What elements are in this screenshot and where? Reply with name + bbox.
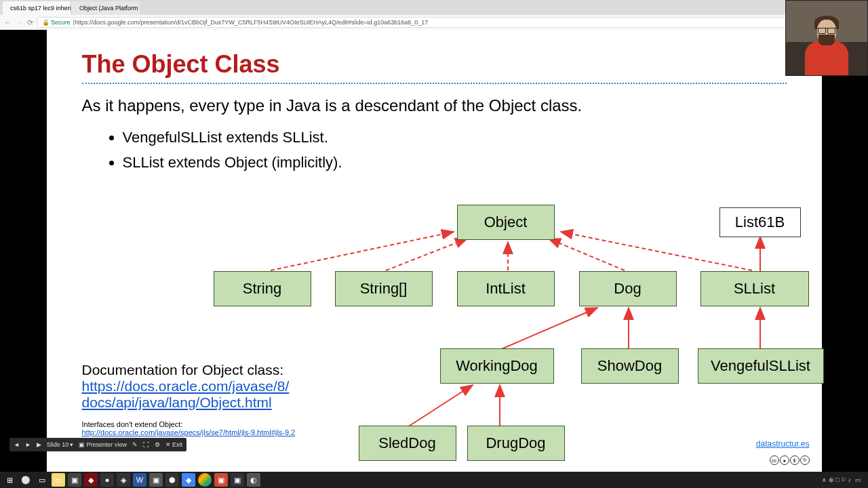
fullscreen-button[interactable]: ⛶: [143, 441, 149, 448]
brand-link[interactable]: datastructur.es: [756, 439, 810, 449]
chrome-icon[interactable]: [198, 473, 212, 487]
node-object: Object: [457, 205, 555, 240]
cc-license-badge: cc ● $ ↻: [770, 455, 810, 465]
forward-button[interactable]: →: [16, 18, 23, 26]
url-text: https://docs.google.com/presentation/d/1…: [75, 19, 428, 26]
start-button[interactable]: ⊞: [3, 473, 16, 487]
secure-label: Secure: [51, 19, 71, 26]
cc-icon: cc: [770, 455, 779, 465]
small-note-link[interactable]: http://docs.oracle.com/javase/specs/jls/…: [82, 428, 296, 436]
doc-link[interactable]: https://docs.oracle.com/javase/8/docs/ap…: [82, 378, 290, 410]
doc-label: Documentation for Object class:: [82, 362, 296, 378]
svg-line-4: [561, 232, 752, 270]
node-showdog: ShowDog: [581, 348, 679, 384]
taskbar-app-icon[interactable]: ▣: [68, 473, 81, 487]
browser-chrome: cs61b sp17 lec9 inherit × Object (Java P…: [0, 0, 868, 30]
slide-title: The Object Class: [82, 50, 787, 79]
taskbar-app-icon[interactable]: W: [133, 473, 146, 487]
lock-icon: 🔒: [42, 19, 50, 26]
tab-strip: cs61b sp17 lec9 inherit × Object (Java P…: [0, 0, 868, 15]
by-icon: ●: [780, 455, 789, 465]
system-tray[interactable]: ∧ ⊕ □ ⚐ ♪ ▭: [822, 476, 865, 483]
bullet-list: VengefulSLList extends SLList. SLList ex…: [82, 125, 787, 176]
node-drugdog: DrugDog: [467, 426, 565, 461]
taskbar-app-icon[interactable]: ▣: [214, 473, 228, 487]
node-list61b: List61B: [719, 207, 801, 237]
pointer-button[interactable]: ✎: [132, 441, 138, 448]
presenter-toolbar: ◄ ► ▶ Slide 10 ▾ ▣ Presenter view ✎ ⛶ ⚙ …: [9, 438, 186, 451]
slide-indicator[interactable]: Slide 10 ▾: [47, 441, 74, 448]
windows-taskbar: ⊞ ⚪ ▭ ▭ ▣ ◆ ● ◈ W ▣ ⬢ ◆ ▣ ▣ ◐ ∧ ⊕ □ ⚐ ♪ …: [0, 472, 868, 488]
reload-button[interactable]: ⟳: [27, 18, 33, 27]
search-button[interactable]: ⚪: [19, 473, 33, 487]
title-divider: [82, 83, 787, 84]
presenter-view-button[interactable]: ▣ Presenter view: [79, 441, 127, 448]
play-button[interactable]: ▶: [37, 441, 41, 448]
tray-icons[interactable]: ∧ ⊕ □ ⚐ ♪: [822, 476, 851, 483]
webcam-overlay: [785, 0, 868, 76]
node-vengeful: VengefulSLList: [698, 348, 824, 384]
sa-icon: ↻: [800, 455, 810, 465]
presentation-viewport: The Object Class As it happens, every ty…: [0, 30, 868, 472]
node-stringarr: String[]: [335, 271, 433, 306]
small-note-label: Interfaces don't extend Object:: [82, 420, 183, 428]
taskbar-app-icon[interactable]: ⬢: [165, 473, 179, 487]
taskbar-app-icon[interactable]: ◈: [117, 473, 130, 487]
node-intlist: IntList: [457, 271, 555, 306]
node-string: String: [214, 271, 311, 306]
svg-line-0: [271, 232, 454, 270]
svg-line-5: [500, 308, 597, 350]
taskbar-app-icon[interactable]: ▣: [149, 473, 163, 487]
browser-tab[interactable]: Object (Java Platform S ×: [72, 1, 140, 15]
taskbar-app-icon[interactable]: ◆: [84, 473, 98, 487]
nc-icon: $: [790, 455, 800, 465]
node-sllist: SLList: [701, 271, 809, 306]
taskbar-app-icon[interactable]: ▣: [231, 473, 244, 487]
bullet-item: SLList extends Object (implicitly).: [123, 150, 787, 175]
tab-label: cs61b sp17 lec9 inherit: [10, 5, 71, 12]
bullet-item: VengefulSLList extends SLList.: [123, 125, 787, 150]
node-sleddog: SledDog: [359, 426, 456, 461]
back-button[interactable]: ←: [4, 18, 12, 26]
svg-line-1: [386, 239, 467, 270]
taskbar-app-icon[interactable]: ◐: [247, 473, 260, 487]
svg-line-3: [549, 239, 625, 270]
slide: The Object Class As it happens, every ty…: [47, 30, 822, 472]
browser-tab-active[interactable]: cs61b sp17 lec9 inherit ×: [3, 1, 71, 15]
lead-text: As it happens, every type in Java is a d…: [82, 96, 787, 115]
task-view-button[interactable]: ▭: [35, 473, 49, 487]
settings-button[interactable]: ⚙: [155, 441, 160, 448]
documentation-block: Documentation for Object class: https://…: [82, 362, 296, 436]
notification-center-button[interactable]: ▭: [855, 476, 861, 483]
svg-line-9: [408, 385, 473, 427]
node-workingdog: WorkingDog: [440, 348, 554, 384]
node-dog: Dog: [579, 271, 677, 306]
file-explorer-icon[interactable]: ▭: [52, 473, 65, 487]
taskbar-app-icon[interactable]: ◆: [182, 473, 195, 487]
tab-label: Object (Java Platform S: [79, 5, 140, 12]
address-row: ← → ⟳ 🔒 Secure | https://docs.google.com…: [0, 15, 868, 30]
address-bar[interactable]: 🔒 Secure | https://docs.google.com/prese…: [37, 17, 842, 28]
next-slide-button[interactable]: ►: [25, 441, 31, 448]
prev-slide-button[interactable]: ◄: [14, 441, 20, 448]
taskbar-app-icon[interactable]: ●: [100, 473, 114, 487]
exit-button[interactable]: ✕ Exit: [165, 441, 182, 448]
